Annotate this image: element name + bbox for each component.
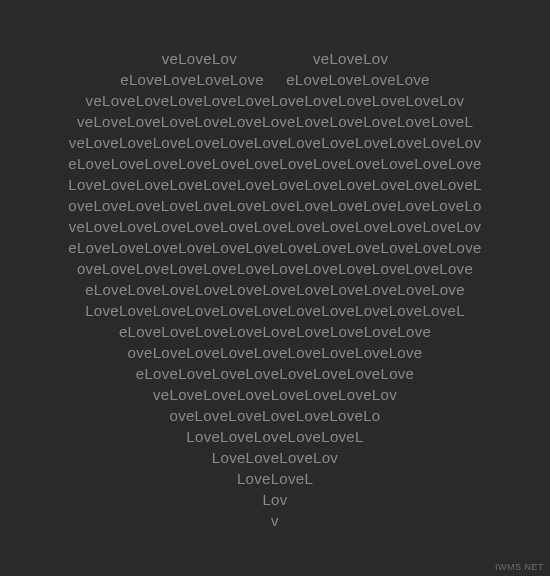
heart-line: veLoveLov veLoveLov — [162, 48, 388, 69]
image-canvas: veLoveLov veLoveLoveLoveLoveLoveLove eLo… — [0, 0, 550, 576]
heart-line: LoveLoveLoveLoveLoveLoveLoveLoveLoveLove… — [85, 300, 465, 321]
watermark-text: IWMS.NET — [495, 562, 544, 572]
heart-line: veLoveLoveLoveLoveLoveLoveLoveLoveLoveLo… — [77, 111, 473, 132]
heart-line: eLoveLoveLoveLoveLoveLoveLoveLove — [136, 363, 414, 384]
heart-line: LoveLoveLoveLov — [212, 447, 338, 468]
heart-line: veLoveLoveLoveLoveLoveLoveLoveLoveLoveLo… — [69, 132, 482, 153]
heart-line: Lov — [262, 489, 287, 510]
heart-line: oveLoveLoveLoveLoveLoveLoveLoveLove — [128, 342, 423, 363]
heart-line: eLoveLoveLoveLoveLoveLoveLoveLoveLoveLov… — [68, 153, 481, 174]
heart-line: v — [271, 510, 279, 531]
heart-text-art: veLoveLov veLoveLoveLoveLoveLoveLove eLo… — [0, 48, 550, 531]
heart-line: oveLoveLoveLoveLoveLoveLoveLoveLoveLoveL… — [68, 195, 481, 216]
heart-line: veLoveLoveLoveLoveLoveLoveLov — [153, 384, 397, 405]
heart-line: LoveLoveLoveLoveLoveL — [186, 426, 363, 447]
heart-line: oveLoveLoveLoveLoveLoveLo — [169, 405, 380, 426]
heart-line: veLoveLoveLoveLoveLoveLoveLoveLoveLoveLo… — [86, 90, 465, 111]
heart-line: eLoveLoveLoveLoveLoveLoveLoveLoveLove — [119, 321, 431, 342]
heart-line: veLoveLoveLoveLoveLoveLoveLoveLoveLoveLo… — [69, 216, 482, 237]
heart-line: eLoveLoveLoveLove eLoveLoveLoveLove — [120, 69, 429, 90]
heart-line: eLoveLoveLoveLoveLoveLoveLoveLoveLoveLov… — [85, 279, 465, 300]
heart-line: LoveLoveL — [237, 468, 313, 489]
heart-line: LoveLoveLoveLoveLoveLoveLoveLoveLoveLove… — [68, 174, 481, 195]
heart-line: oveLoveLoveLoveLoveLoveLoveLoveLoveLoveL… — [77, 258, 473, 279]
heart-line: eLoveLoveLoveLoveLoveLoveLoveLoveLoveLov… — [68, 237, 481, 258]
